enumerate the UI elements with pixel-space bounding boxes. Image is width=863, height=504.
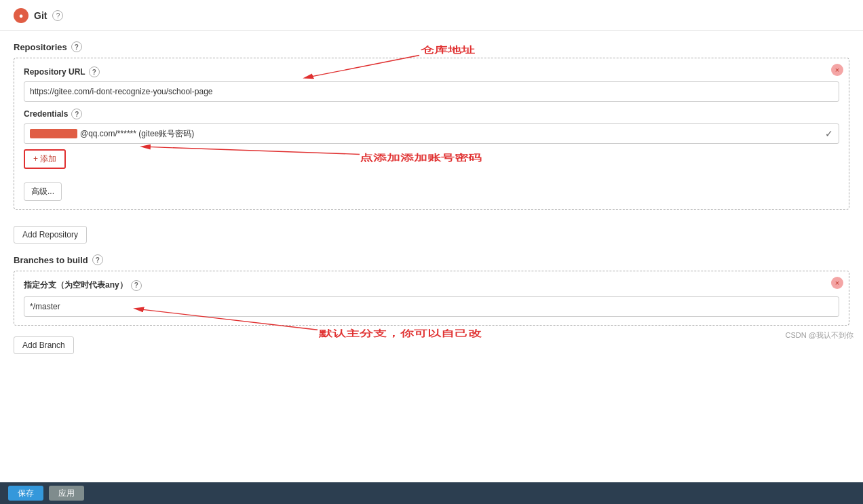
add-credentials-button[interactable]: + 添加 (24, 149, 66, 169)
repo-url-label: Repository URL ? (24, 66, 839, 77)
apply-button[interactable]: 应用 (49, 486, 84, 501)
add-branch-button[interactable]: Add Branch (14, 336, 74, 354)
page-wrapper: ● Git ? Repositories ? × Repository URL … (0, 0, 863, 504)
csdn-watermark: CSDN @我认不到你 (786, 330, 854, 341)
branches-help-icon[interactable]: ? (92, 254, 103, 265)
add-repository-button[interactable]: Add Repository (14, 226, 87, 244)
header-title: Git (34, 10, 47, 21)
svg-text:默认主分支，你可以自己改: 默认主分支，你可以自己改 (318, 328, 483, 339)
credentials-help-icon[interactable]: ? (71, 109, 82, 119)
main-content: Repositories ? × Repository URL ? Creden… (0, 31, 863, 365)
branch-card: × 指定分支（为空时代表any） ? (14, 271, 849, 326)
header: ● Git ? (0, 8, 863, 31)
advanced-button[interactable]: 高级... (24, 182, 62, 201)
credentials-dropdown-arrow: ✓ (825, 128, 833, 139)
repositories-help-icon[interactable]: ? (71, 41, 82, 52)
git-icon: ● (14, 8, 28, 23)
repository-card: × Repository URL ? Credentials ? @qq.com (14, 58, 849, 210)
credentials-label: Credentials ? (24, 109, 839, 119)
bottom-bar: 保存 应用 (0, 482, 863, 504)
branch-value-input[interactable] (24, 296, 839, 317)
branch-specifier-label: 指定分支（为空时代表any） ? (24, 279, 839, 291)
repo-close-button[interactable]: × (831, 64, 843, 76)
branches-section-label: Branches to build ? (14, 254, 849, 265)
credentials-value-display[interactable]: @qq.com/****** (gitee账号密码) ✓ (24, 123, 839, 144)
credentials-section: Credentials ? @qq.com/****** (gitee账号密码)… (24, 109, 839, 169)
credentials-select-wrapper: @qq.com/****** (gitee账号密码) ✓ (24, 123, 839, 144)
repo-url-input[interactable] (24, 81, 839, 102)
branch-close-button[interactable]: × (831, 277, 843, 289)
branch-specifier-help-icon[interactable]: ? (131, 280, 142, 291)
header-help-icon[interactable]: ? (52, 10, 63, 21)
repo-url-help-icon[interactable]: ? (89, 66, 100, 77)
credentials-colored-block (30, 129, 77, 138)
repositories-section-label: Repositories ? (14, 41, 849, 52)
save-button[interactable]: 保存 (8, 486, 43, 501)
